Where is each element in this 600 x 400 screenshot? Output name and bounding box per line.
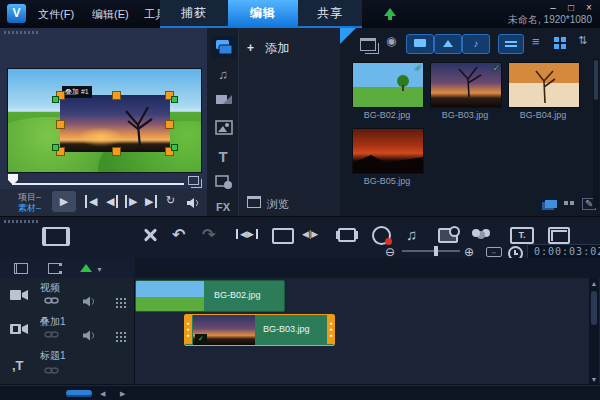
trim-handle-right[interactable]: ●●● xyxy=(327,314,335,344)
fit-project-button[interactable]: ◀▶ xyxy=(236,229,258,239)
overlay-clip-image[interactable]: 叠加 #1 xyxy=(60,95,170,152)
home-button[interactable]: ◀ xyxy=(85,195,97,208)
zoom-slider-thumb[interactable] xyxy=(434,246,438,256)
undo-button[interactable]: ↶ xyxy=(172,225,185,244)
add-track-dropdown[interactable] xyxy=(80,264,92,272)
storyboard-view-button[interactable] xyxy=(42,227,70,246)
hscroll-thumb[interactable] xyxy=(66,390,92,397)
title-category-icon[interactable]: T xyxy=(210,146,236,168)
clip-bg-b02[interactable]: BG-B02.jpg xyxy=(135,280,285,312)
trim-button[interactable] xyxy=(338,228,356,242)
list-view-icon[interactable]: ≡ xyxy=(532,35,540,48)
ripple-link-icon[interactable] xyxy=(44,366,59,375)
minimize-button[interactable]: – xyxy=(546,2,560,13)
resize-handle[interactable] xyxy=(112,91,121,100)
panel-collapse-arrow[interactable] xyxy=(340,28,356,44)
multi-trim-button[interactable] xyxy=(472,229,480,237)
track-transparency-icon[interactable] xyxy=(116,298,118,300)
add-folder-button[interactable]: + 添加 xyxy=(247,40,289,57)
sort-icon[interactable]: ⇅ xyxy=(578,35,587,46)
rotate-handle[interactable] xyxy=(171,144,178,151)
tab-edit[interactable]: 编辑 xyxy=(228,0,298,26)
transition-category-icon[interactable] xyxy=(215,92,241,114)
trim-handle-left[interactable]: ●●● xyxy=(184,314,192,344)
close-button[interactable]: × xyxy=(582,2,596,13)
import-folder-icon[interactable] xyxy=(360,38,376,51)
vscroll-thumb[interactable] xyxy=(591,291,597,325)
media-thumb-bg-b05[interactable] xyxy=(352,128,424,174)
rotate-handle[interactable] xyxy=(52,144,59,151)
scroll-down-icon[interactable]: ▼ xyxy=(589,376,599,383)
rotate-handle[interactable] xyxy=(52,96,59,103)
scroll-up-icon[interactable]: ▲ xyxy=(589,278,599,287)
media-category-icon[interactable] xyxy=(211,36,237,58)
enlarge-preview-icon[interactable] xyxy=(188,176,199,185)
batch-convert-button[interactable] xyxy=(438,228,458,243)
ripple-link-icon[interactable] xyxy=(44,330,59,339)
mode-clip[interactable]: 素材– xyxy=(18,202,41,215)
redo-button[interactable]: ↷ xyxy=(202,225,215,244)
ripple-link-icon[interactable] xyxy=(44,296,59,305)
filter-photo-button[interactable] xyxy=(434,34,462,54)
timeline-vscrollbar[interactable]: ▲ ▼ xyxy=(589,278,599,384)
scrubber-track[interactable] xyxy=(12,183,184,185)
split-clip-button[interactable]: ◀|▶ xyxy=(302,229,318,239)
resize-handle[interactable] xyxy=(165,120,174,129)
browser-scrollbar[interactable] xyxy=(593,58,599,208)
play-button[interactable]: ▶ xyxy=(52,191,76,212)
tab-share[interactable]: 共享 xyxy=(298,0,362,26)
filter-video-button[interactable] xyxy=(406,34,434,54)
upload-arrow-icon[interactable] xyxy=(384,8,396,16)
filter-audio-button[interactable]: ♪ xyxy=(462,34,490,54)
zoom-slider-track[interactable] xyxy=(402,250,460,252)
browse-button[interactable]: 浏览 xyxy=(247,196,289,212)
resize-handle[interactable] xyxy=(56,120,65,129)
scroll-right-icon[interactable]: ▶ xyxy=(120,390,125,398)
audio-category-icon[interactable]: ♫ xyxy=(210,64,236,86)
clip-bg-b03-selected[interactable]: ✓ BG-B03.jpg ●●● ●●● xyxy=(184,314,335,346)
next-frame-button[interactable]: ▶ xyxy=(125,195,137,208)
resize-handle[interactable] xyxy=(112,147,121,156)
track-transparency-icon[interactable] xyxy=(116,332,118,334)
loop-button[interactable]: ↻ xyxy=(166,194,175,207)
volume-icon[interactable] xyxy=(186,197,200,209)
track-video-header[interactable]: 视频 xyxy=(0,278,135,312)
media-thumb-bg-b04[interactable] xyxy=(508,62,580,108)
panel-grip[interactable] xyxy=(4,220,38,223)
track-mute-icon[interactable] xyxy=(82,330,96,341)
prev-frame-button[interactable]: ◀ xyxy=(106,195,118,208)
disc-icon[interactable]: ◉ xyxy=(386,35,396,47)
track-manager-icon[interactable] xyxy=(14,263,28,274)
timeline-hscrollbar[interactable]: ◀ ▶ xyxy=(0,385,600,400)
chevron-down-icon[interactable]: ▼ xyxy=(96,266,103,273)
rotate-handle[interactable] xyxy=(171,96,178,103)
tools-icon[interactable] xyxy=(142,227,158,243)
subtitle-editor-button[interactable]: T. xyxy=(510,227,534,244)
tab-capture[interactable]: 捕获 xyxy=(160,0,228,26)
preview-viewport[interactable]: 叠加 #1 xyxy=(7,68,202,173)
thumbnail-view-icon[interactable] xyxy=(554,37,559,42)
record-capture-button[interactable] xyxy=(372,226,391,245)
track-title1-header[interactable]: ,T 标题1 xyxy=(0,346,135,384)
sound-mixer-button[interactable]: ♫ xyxy=(406,226,417,243)
end-button[interactable]: ▶ xyxy=(145,195,157,208)
track-overlay1-header[interactable]: 叠加1 xyxy=(0,312,135,346)
instant-project-button[interactable] xyxy=(272,228,294,244)
library-panel-toggle-icon[interactable] xyxy=(545,200,557,208)
track-list-icon[interactable] xyxy=(48,263,62,274)
media-thumb-bg-b03[interactable]: ✓ xyxy=(430,62,502,108)
zoom-out-icon[interactable]: ⊖ xyxy=(385,245,395,259)
scroll-left-icon[interactable]: ◀ xyxy=(100,390,105,398)
menu-file[interactable]: 文件(F) xyxy=(38,7,74,22)
zoom-in-icon[interactable]: ⊕ xyxy=(464,245,474,259)
show-titles-button[interactable] xyxy=(498,34,524,54)
maximize-button[interactable]: □ xyxy=(564,2,578,13)
media-thumb-bg-b02[interactable]: ✓ xyxy=(352,62,424,108)
options-grid-icon[interactable] xyxy=(564,201,568,205)
fit-timeline-icon[interactable]: ↔ xyxy=(486,247,502,257)
graphic-category-icon[interactable] xyxy=(215,120,241,142)
menu-edit[interactable]: 编辑(E) xyxy=(92,7,129,22)
split-screen-template-button[interactable] xyxy=(548,227,570,244)
track-mute-icon[interactable] xyxy=(82,296,96,307)
template-category-icon[interactable] xyxy=(215,174,241,196)
